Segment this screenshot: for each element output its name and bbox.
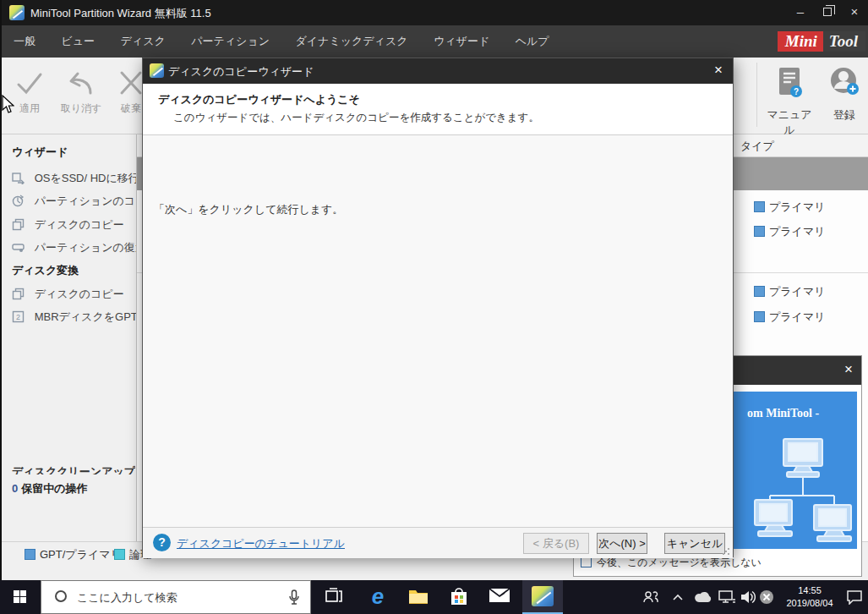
file-explorer-button[interactable]	[399, 580, 438, 614]
primary-square-icon	[754, 226, 765, 237]
register-user-icon	[827, 66, 861, 100]
register-button[interactable]: 登録	[823, 66, 865, 123]
resize-grip[interactable]	[722, 547, 730, 556]
menu-general[interactable]: 一般	[14, 25, 35, 58]
action-center-icon	[846, 589, 863, 605]
dialog-body-text: 「次へ」をクリックして続行します。	[154, 202, 343, 217]
title-bar: MiniTool Partition Wizard 無料版 11.5 – ×	[2, 0, 868, 25]
menu-view[interactable]: ビュー	[61, 25, 95, 58]
sidebar-item-mbr-to-gpt[interactable]: 2 MBRディスクをGPTに変換	[12, 310, 137, 326]
manual-button[interactable]: ? マニュアル	[762, 66, 816, 138]
copy-partition-icon	[12, 195, 25, 207]
undo-button[interactable]: 取り消す	[54, 68, 108, 116]
partition-row[interactable]: プライマリ	[754, 200, 826, 215]
menu-bar: 一般 ビュー ディスク パーティション ダイナミックディスク ウィザード ヘルプ…	[2, 25, 868, 58]
dialog-description: このウィザードでは、ハードディスクのコピーを作成することができます。	[173, 111, 539, 125]
sidebar-item-copy-disk-2[interactable]: ディスクのコピー	[12, 287, 124, 304]
copy-disk-icon	[12, 218, 25, 231]
minitool-taskbar-button[interactable]	[522, 580, 563, 614]
undo-icon	[64, 68, 98, 98]
sidebar-header-disk-cleanup-clipped: ディスククリーンアップ	[12, 464, 135, 474]
cancel-button[interactable]: キャンセル	[664, 533, 725, 554]
network-icon	[718, 589, 735, 605]
mail-button[interactable]	[480, 580, 519, 614]
sidebar-header-wizard: ウィザード	[12, 145, 68, 160]
x-circle-icon	[759, 589, 774, 605]
svg-text:?: ?	[794, 87, 799, 96]
logo-tool: Tool	[823, 31, 865, 52]
pending-label: 保留中の操作	[21, 482, 87, 495]
mbr-gpt-icon: 2	[12, 310, 25, 323]
taskbar: e 14:55 2019/08/04	[0, 580, 868, 614]
menu-dynamic-disk[interactable]: ダイナミックディスク	[295, 25, 407, 58]
logo-mini: Mini	[778, 31, 823, 52]
minitool-logo: MiniTool	[778, 32, 865, 51]
chevron-up-icon	[673, 594, 683, 600]
primary-square-icon	[754, 201, 765, 212]
menu-help[interactable]: ヘルプ	[516, 25, 549, 58]
show-hidden-icons-button[interactable]	[668, 580, 688, 614]
task-view-button[interactable]	[314, 580, 353, 614]
computers-network-illustration	[753, 432, 853, 542]
popup-close-button[interactable]: ×	[844, 361, 853, 378]
status-tray-button[interactable]	[756, 580, 778, 614]
primary-square-icon	[754, 311, 765, 322]
dialog-title: ディスクのコピーウィザード	[168, 64, 314, 79]
manual-doc-icon: ?	[775, 66, 804, 100]
edge-icon: e	[372, 584, 384, 609]
sidebar-item-copy-disk[interactable]: ディスクのコピー	[12, 217, 124, 234]
window-title: MiniTool Partition Wizard 無料版 11.5	[30, 6, 211, 21]
restore-button[interactable]	[814, 0, 841, 25]
partition-row[interactable]: プライマリ	[754, 310, 826, 325]
menu-wizard[interactable]: ウィザード	[434, 25, 489, 58]
folder-icon	[408, 588, 429, 605]
partition-recovery-icon	[12, 241, 25, 254]
menu-partition[interactable]: パーティション	[191, 25, 270, 58]
minimize-button[interactable]: –	[787, 0, 814, 25]
start-button[interactable]	[0, 580, 41, 614]
menu-disk[interactable]: ディスク	[121, 25, 166, 58]
sidebar-header-disk-convert: ディスク変換	[12, 263, 79, 278]
people-tray-button[interactable]	[639, 580, 663, 614]
sidebar-item-copy-partition[interactable]: パーティションのコピー	[12, 194, 137, 211]
partition-row[interactable]: プライマリ	[754, 284, 826, 299]
banner-text-partial: om MiniTool -	[747, 407, 819, 420]
microphone-icon[interactable]	[288, 589, 300, 606]
cortana-icon	[55, 590, 67, 602]
tutorial-link[interactable]: ディスクコピーのチュートリアル	[177, 536, 345, 551]
store-icon	[450, 588, 468, 606]
dialog-close-button[interactable]: ×	[714, 62, 723, 79]
close-button[interactable]: ×	[841, 0, 868, 25]
app-icon	[9, 5, 25, 20]
check-icon	[13, 68, 46, 98]
search-input[interactable]	[77, 581, 271, 613]
action-center-button[interactable]	[842, 580, 867, 614]
partition-row[interactable]: プライマリ	[754, 224, 826, 239]
sidebar: ウィザード OSをSSD/ HDに移行 パーティションのコピー ディスクのコピー…	[2, 134, 137, 541]
mail-icon	[489, 588, 510, 603]
onedrive-tray-button[interactable]	[691, 580, 715, 614]
sidebar-item-migrate-os[interactable]: OSをSSD/ HDに移行	[12, 171, 137, 188]
sidebar-item-partition-recovery[interactable]: パーティションの復元	[12, 240, 137, 257]
restore-icon	[823, 8, 832, 16]
speaker-icon	[740, 589, 756, 605]
edge-browser-button[interactable]: e	[358, 580, 397, 614]
clock-date: 2019/08/04	[778, 597, 842, 610]
dialog-app-icon	[150, 63, 164, 78]
pending-count: 0	[12, 482, 18, 495]
taskbar-clock[interactable]: 14:55 2019/08/04	[778, 584, 842, 610]
toolbar-divider	[756, 63, 757, 127]
logical-square-icon	[114, 549, 125, 560]
next-button[interactable]: 次へ(N) >	[597, 533, 647, 554]
dont-show-again-label: 今後、このメッセージを表示しない	[597, 556, 762, 568]
network-tray-button[interactable]	[715, 580, 739, 614]
pending-operations: 0保留中の操作	[12, 481, 88, 496]
microsoft-store-button[interactable]	[439, 580, 478, 614]
taskbar-search[interactable]	[41, 580, 311, 614]
legend-gpt-primary: GPT/プライマリ	[25, 547, 122, 562]
mouse-cursor	[2, 95, 14, 115]
dialog-title-bar: ディスクのコピーウィザード ×	[143, 58, 733, 84]
help-icon[interactable]: ?	[153, 534, 171, 551]
dialog-footer: ? ディスクコピーのチュートリアル < 戻る(B) 次へ(N) > キャンセル	[143, 527, 733, 558]
type-column-header[interactable]: タイプ	[740, 139, 774, 154]
